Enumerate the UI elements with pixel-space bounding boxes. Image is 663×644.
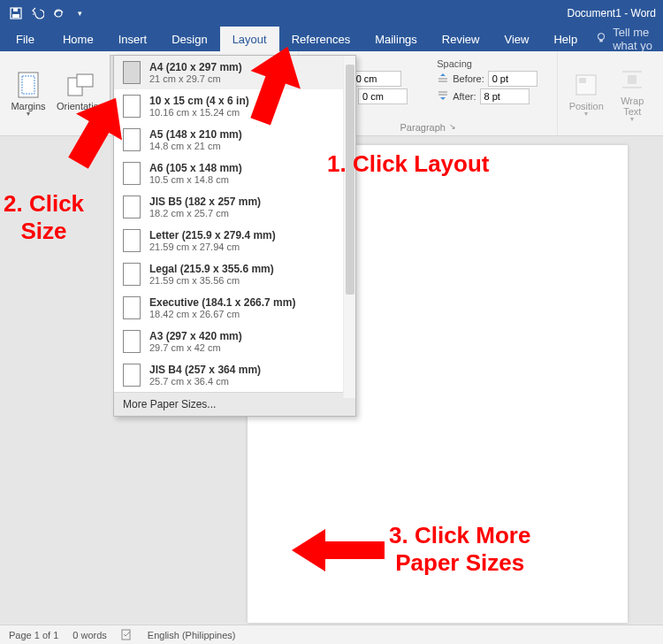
page-thumb-icon	[123, 196, 141, 218]
size-option[interactable]: A6 (105 x 148 mm)10.5 cm x 14.8 cm	[114, 157, 355, 190]
chevron-down-icon: ▾	[79, 110, 82, 118]
page-thumb-icon	[123, 263, 141, 286]
size-option-sub: 21 cm x 29.7 cm	[149, 73, 242, 84]
orientation-icon	[66, 71, 95, 99]
size-option-sub: 14.8 cm x 21 cm	[149, 141, 242, 151]
tab-mailings[interactable]: Mailings	[362, 27, 430, 51]
position-icon	[572, 71, 600, 99]
tell-me-label: Tell me what yo	[613, 26, 658, 52]
size-option[interactable]: A3 (297 x 420 mm)29.7 cm x 42 cm	[114, 325, 355, 358]
wrap-text-icon	[618, 65, 646, 94]
document-title: Document1 - Word	[568, 7, 656, 19]
proofing-icon[interactable]	[121, 628, 133, 642]
svg-rect-34	[579, 78, 586, 83]
svg-rect-35	[628, 75, 636, 84]
status-words[interactable]: 0 words	[72, 630, 107, 640]
tell-me[interactable]: Tell me what yo	[590, 27, 663, 51]
size-option-name: A6 (105 x 148 mm)	[149, 162, 242, 174]
size-option[interactable]: Letter (215.9 x 279.4 mm)21.59 cm x 27.9…	[114, 224, 355, 257]
svg-rect-9	[77, 74, 93, 87]
size-option[interactable]: Legal (215.9 x 355.6 mm)21.59 cm x 35.56…	[114, 257, 355, 291]
size-dropdown: A4 (210 x 297 mm)21 cm x 29.7 cm10 x 15 …	[113, 55, 356, 417]
svg-rect-1	[13, 8, 18, 12]
redo-icon[interactable]	[51, 6, 65, 20]
size-option-name: 10 x 15 cm (4 x 6 in)	[149, 95, 249, 107]
size-option-sub: 10.5 cm x 14.8 cm	[149, 174, 242, 185]
paragraph-dialog-launcher-icon[interactable]: ↘	[449, 122, 456, 133]
svg-point-4	[598, 33, 605, 39]
lightbulb-icon	[595, 32, 607, 47]
indent-left-input[interactable]	[352, 71, 401, 87]
paragraph-group-label: Paragraph	[400, 122, 446, 133]
qat-more-icon[interactable]: ▾	[72, 6, 87, 20]
arrange-group: Position▾ WrapText▾ BringForwar	[558, 51, 663, 135]
position-button[interactable]: Position▾	[563, 55, 609, 134]
size-option-name: Executive (184.1 x 266.7 mm)	[149, 296, 295, 309]
size-option-sub: 18.42 cm x 26.67 cm	[149, 309, 295, 319]
quick-access-toolbar: ▾	[0, 6, 95, 20]
page-thumb-icon	[123, 330, 141, 353]
size-option[interactable]: A5 (148 x 210 mm)14.8 cm x 21 cm	[114, 123, 355, 157]
size-option[interactable]: A4 (210 x 297 mm)21 cm x 29.7 cm	[114, 56, 355, 89]
size-option-name: JIS B5 (182 x 257 mm)	[149, 196, 261, 208]
save-icon[interactable]	[9, 6, 23, 20]
undo-icon[interactable]	[30, 6, 44, 20]
page-thumb-icon	[123, 128, 141, 151]
title-bar: ▾ Document1 - Word	[0, 0, 663, 27]
tab-references[interactable]: References	[279, 27, 362, 51]
size-option[interactable]: JIS B5 (182 x 257 mm)18.2 cm x 25.7 cm	[114, 190, 355, 224]
size-option-name: A3 (297 x 420 mm)	[149, 330, 242, 342]
tab-insert[interactable]: Insert	[106, 27, 160, 51]
margins-button[interactable]: Margins ▾	[5, 55, 51, 134]
size-option-sub: 25.7 cm x 36.4 cm	[149, 376, 261, 387]
page-thumb-icon	[123, 61, 141, 84]
size-option-sub: 10.16 cm x 15.24 cm	[149, 107, 249, 118]
size-option-sub: 21.59 cm x 35.56 cm	[149, 275, 274, 286]
spacing-block: Spacing Before: After:	[428, 55, 552, 106]
tab-design[interactable]: Design	[159, 27, 219, 51]
size-option[interactable]: 10 x 15 cm (4 x 6 in)10.16 cm x 15.24 cm	[114, 89, 355, 123]
size-option-name: A5 (148 x 210 mm)	[149, 128, 242, 141]
tab-review[interactable]: Review	[430, 27, 492, 51]
svg-rect-2	[12, 14, 19, 18]
size-option[interactable]: Executive (184.1 x 266.7 mm)18.42 cm x 2…	[114, 291, 355, 325]
tab-view[interactable]: View	[492, 27, 541, 51]
page-thumb-icon	[123, 95, 141, 118]
orientation-button[interactable]: Orientation ▾	[51, 55, 110, 134]
page-thumb-icon	[123, 296, 141, 319]
spacing-after-icon	[437, 89, 449, 104]
status-language[interactable]: English (Philippines)	[148, 630, 236, 640]
dropdown-scrollbar[interactable]	[343, 56, 355, 398]
size-option-sub: 21.59 cm x 27.94 cm	[149, 242, 276, 252]
size-option-name: A4 (210 x 297 mm)	[149, 61, 242, 73]
tab-help[interactable]: Help	[541, 27, 590, 51]
page-thumb-icon	[123, 162, 141, 185]
size-option-name: Letter (215.9 x 279.4 mm)	[149, 229, 276, 242]
status-bar: Page 1 of 1 0 words English (Philippines…	[0, 625, 663, 644]
size-option-sub: 18.2 cm x 25.7 cm	[149, 208, 261, 218]
spacing-after-input[interactable]	[480, 88, 530, 104]
tab-layout[interactable]: Layout	[220, 27, 279, 51]
size-option-name: Legal (215.9 x 355.6 mm)	[149, 263, 274, 275]
spacing-before-icon	[437, 72, 449, 86]
spacing-before-input[interactable]	[488, 71, 537, 87]
wrap-text-button[interactable]: WrapText▾	[609, 55, 655, 134]
page-thumb-icon	[123, 229, 141, 252]
page-thumb-icon	[123, 364, 141, 387]
size-option-sub: 29.7 cm x 42 cm	[149, 342, 242, 353]
bring-forward-button[interactable]: BringForwar	[655, 55, 663, 134]
size-option-name: JIS B4 (257 x 364 mm)	[149, 364, 261, 376]
status-page[interactable]: Page 1 of 1	[9, 630, 58, 640]
indent-right-input[interactable]	[358, 88, 408, 104]
tab-file[interactable]: File	[0, 27, 50, 51]
chevron-down-icon: ▾	[27, 110, 30, 118]
ribbon-tabs: File Home Insert Design Layout Reference…	[0, 27, 663, 51]
tab-home[interactable]: Home	[50, 27, 106, 51]
svg-rect-5	[599, 39, 603, 42]
more-paper-sizes-item[interactable]: More Paper Sizes...	[114, 392, 355, 416]
margins-icon	[14, 71, 42, 99]
size-option[interactable]: JIS B4 (257 x 364 mm)25.7 cm x 36.4 cm	[114, 358, 355, 392]
svg-rect-40	[122, 630, 130, 640]
